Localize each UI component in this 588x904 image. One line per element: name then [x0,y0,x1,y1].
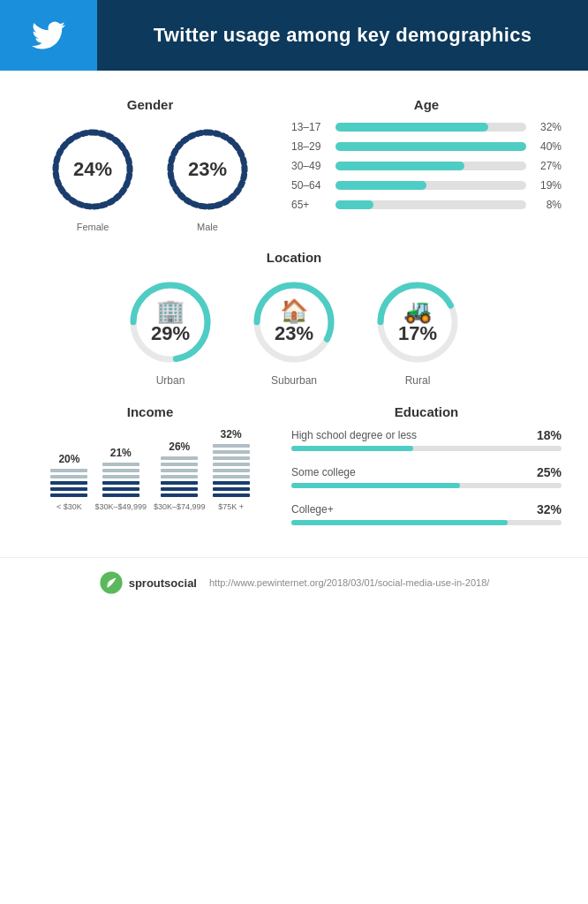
sprout-leaf-icon [99,570,124,595]
age-bar-fill [335,162,464,170]
income-bar [213,444,250,497]
income-col: 32% $75K + [213,428,250,513]
age-label: 50–64 [291,179,327,192]
footer-url: http://www.pewinternet.org/2018/03/01/so… [209,577,489,588]
edu-bar-fill [291,483,460,488]
edu-label-row: Some college 25% [291,465,562,479]
age-label: 13–17 [291,121,327,133]
income-stripe [50,493,87,497]
income-bar [50,469,87,497]
income-stripe [50,481,87,485]
income-pct: 26% [169,441,190,453]
footer: sproutsocial http://www.pewinternet.org/… [0,557,588,607]
age-bar [335,162,526,170]
age-row: 13–17 32% [291,121,562,133]
income-stripe [102,463,139,466]
income-pct: 32% [221,428,242,441]
age-section: Age 13–17 32% 18–29 40% 30–49 [274,97,562,218]
income-stripe [161,475,198,478]
income-stripe [161,456,198,460]
gender-age-section: Gender 24% Femal [26,97,562,232]
location-donut-svg: 🚜 17% [369,274,466,371]
income-stripe [213,456,250,460]
edu-bar-fill [291,446,413,451]
edu-bars: High school degree or less 18% Some coll… [291,428,562,525]
female-pct: 24% [73,158,112,181]
brand-name: sproutsocial [129,576,197,590]
income-stripe [213,450,250,454]
gender-section: Gender 24% Femal [26,97,274,232]
location-sublabel: Suburban [271,374,317,387]
location-donut-urban: 🏢 29% Urban [122,274,219,387]
income-col: 26% $30K–$74,999 [154,441,206,513]
income-stripe [161,493,198,497]
income-stripe [102,469,139,472]
male-pct: 23% [188,158,227,181]
age-bar [335,123,526,132]
age-label: 18–29 [291,140,327,153]
gender-circles: 24% Female 23% [26,121,274,232]
age-pct: 8% [535,199,562,211]
male-label: 23% [188,158,227,181]
edu-row: Some college 25% [291,465,562,488]
age-row: 18–29 40% [291,140,562,153]
location-circles: 🏢 29% Urban 🏠 23% S [26,274,562,387]
income-stripe [161,463,198,466]
income-stripe [213,481,250,485]
age-pct: 32% [535,121,562,133]
female-sublabel: Female [77,222,109,232]
income-title: Income [26,404,274,419]
male-donut-svg: 23% [159,121,256,218]
income-stripe [213,444,250,448]
income-bar [102,463,139,497]
age-label: 65+ [291,199,327,211]
age-bar-fill [335,200,373,209]
age-bars: 13–17 32% 18–29 40% 30–49 27% [291,121,562,211]
location-sublabel: Rural [405,374,431,387]
edu-bar-wrap [291,446,562,451]
edu-row: High school degree or less 18% [291,428,562,451]
location-pct: 17% [398,322,437,345]
age-pct: 19% [535,179,562,192]
income-section: Income 20% < $30K 21% $30K–$49,999 26% [26,404,274,513]
age-title: Age [291,97,562,112]
gender-title: Gender [26,97,274,112]
age-bar-fill [335,142,526,151]
edu-label: Some college [291,466,356,478]
income-bottom-label: $30K–$74,999 [154,502,206,513]
age-bar-fill [335,181,426,190]
income-col: 21% $30K–$49,999 [94,447,147,513]
income-stripe [102,475,139,478]
age-bar-fill [335,123,488,132]
male-donut: 23% Male [159,121,256,232]
edu-label-row: College+ 32% [291,502,562,516]
location-donut-svg: 🏢 29% [122,274,219,371]
income-pct: 20% [58,453,79,465]
edu-row: College+ 32% [291,502,562,525]
income-stripe [102,493,139,497]
income-stripe [50,469,87,472]
income-stripe [213,463,250,466]
income-stripe [50,475,87,478]
income-stripe [213,487,250,491]
education-title: Education [291,404,562,419]
income-stripe [161,481,198,485]
location-pct: 29% [151,322,190,345]
location-label: 🏢 29% [151,299,190,345]
edu-pct: 25% [537,465,562,479]
income-stripe [213,493,250,497]
location-donut-rural: 🚜 17% Rural [369,274,466,387]
edu-label: High school degree or less [291,429,417,441]
location-title: Location [26,250,562,265]
location-label: 🏠 23% [275,299,313,345]
location-sublabel: Urban [156,374,185,387]
edu-label: College+ [291,503,334,516]
header-icon-box [0,0,97,71]
edu-bar-wrap [291,520,562,525]
edu-bar-wrap [291,483,562,488]
edu-pct: 32% [537,502,562,516]
income-col: 20% < $30K [50,453,87,513]
page-title: Twitter usage among key demographics [154,24,532,47]
location-label: 🚜 17% [398,299,437,345]
education-section: Education High school degree or less 18%… [274,404,562,539]
